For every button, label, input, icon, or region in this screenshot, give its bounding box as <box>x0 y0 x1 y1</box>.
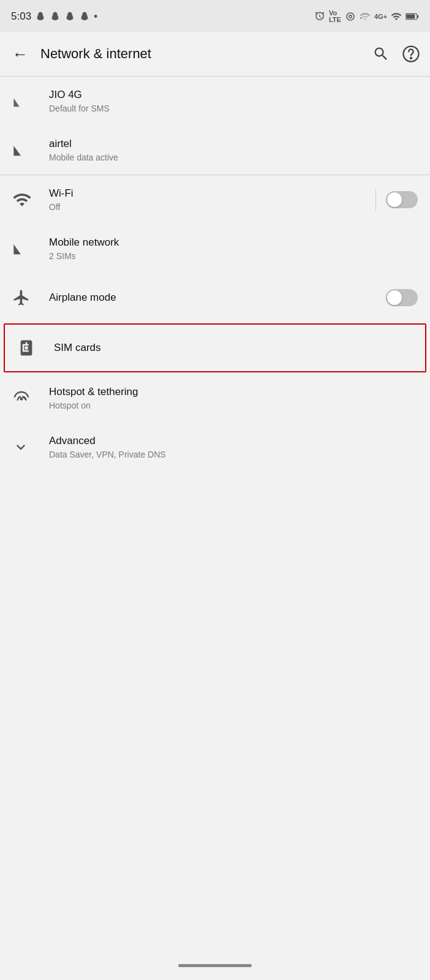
help-icon[interactable] <box>402 45 420 63</box>
airplane-icon <box>12 288 43 307</box>
wifi-icon <box>12 190 43 209</box>
hotspot-subtitle: Hotspot on <box>49 400 418 411</box>
advanced-item[interactable]: Advanced Data Saver, VPN, Private DNS <box>0 423 430 472</box>
airplane-mode-item[interactable]: Airplane mode <box>0 273 430 322</box>
network-type-icon: 4G+ <box>374 13 387 20</box>
jio-text: JIO 4G Default for SMS <box>43 88 418 114</box>
hotspot-icon <box>12 389 43 407</box>
airtel-signal-icon <box>12 141 43 159</box>
wifi-toggle-knob <box>387 192 402 207</box>
battery-icon <box>405 12 419 21</box>
sim-icon <box>17 339 48 357</box>
airtel-title: airtel <box>49 137 418 151</box>
wifi-item[interactable]: Wi-Fi Off <box>0 175 430 224</box>
signal1-icon <box>360 11 371 22</box>
advanced-text: Advanced Data Saver, VPN, Private DNS <box>43 434 418 460</box>
airplane-mode-title: Airplane mode <box>49 291 386 304</box>
svg-marker-6 <box>13 98 19 107</box>
mobile-network-item[interactable]: Mobile network 2 SIMs <box>0 224 430 273</box>
mobile-network-title: Mobile network <box>49 236 418 249</box>
advanced-title: Advanced <box>49 434 418 448</box>
svg-marker-7 <box>13 146 21 156</box>
notification-dot: • <box>94 10 97 23</box>
hotspot-title: Hotspot & tethering <box>49 385 418 399</box>
signal2-icon <box>391 11 402 22</box>
sim-cards-title: SIM cards <box>54 341 413 355</box>
hotspot-status-icon <box>345 11 356 22</box>
jio-title: JIO 4G <box>49 88 418 102</box>
volte-icon: VoLTE <box>329 10 341 23</box>
svg-point-5 <box>410 58 412 59</box>
status-bar: 5:03 • VoLTE 4G+ <box>0 0 430 32</box>
mobile-network-subtitle: 2 SIMs <box>49 251 418 262</box>
airplane-toggle-knob <box>387 290 402 305</box>
jio-signal-icon <box>12 92 43 110</box>
hotspot-item[interactable]: Hotspot & tethering Hotspot on <box>0 374 430 423</box>
chevron-down-icon <box>12 439 43 456</box>
home-indicator <box>178 964 252 967</box>
wifi-action <box>375 189 418 211</box>
app-bar-actions <box>372 45 420 63</box>
nav-bar <box>0 951 430 980</box>
airplane-toggle-container <box>386 289 418 306</box>
ghost1-icon <box>35 11 46 22</box>
mobile-network-icon <box>12 240 43 257</box>
svg-rect-3 <box>406 14 415 18</box>
airtel-text: airtel Mobile data active <box>43 137 418 163</box>
airplane-mode-text: Airplane mode <box>43 291 386 304</box>
wifi-divider <box>375 189 376 211</box>
back-button[interactable]: ← <box>10 42 31 66</box>
sim-cards-item[interactable]: SIM cards <box>4 323 426 372</box>
wifi-toggle[interactable] <box>386 191 418 208</box>
status-left: 5:03 • <box>11 10 97 23</box>
svg-marker-0 <box>360 18 362 20</box>
svg-marker-8 <box>13 244 21 254</box>
hotspot-text: Hotspot & tethering Hotspot on <box>43 385 418 411</box>
ghost2-icon <box>50 11 61 22</box>
wifi-title: Wi-Fi <box>49 187 375 200</box>
status-time: 5:03 <box>11 10 31 23</box>
status-right: VoLTE 4G+ <box>314 10 419 23</box>
alarm-icon <box>314 11 325 22</box>
advanced-subtitle: Data Saver, VPN, Private DNS <box>49 449 418 460</box>
mobile-network-text: Mobile network 2 SIMs <box>43 236 418 262</box>
app-bar: ← Network & internet <box>0 32 430 76</box>
ghost3-icon <box>64 11 75 22</box>
sim-cards-text: SIM cards <box>48 341 413 355</box>
svg-rect-2 <box>417 15 418 18</box>
airplane-toggle[interactable] <box>386 289 418 306</box>
jio-subtitle: Default for SMS <box>49 103 418 114</box>
wifi-text: Wi-Fi Off <box>43 187 375 213</box>
search-icon[interactable] <box>372 45 390 62</box>
wifi-subtitle: Off <box>49 202 375 213</box>
page-title: Network & internet <box>40 46 363 62</box>
airtel-item[interactable]: airtel Mobile data active <box>0 126 430 175</box>
ghost4-icon <box>79 11 90 22</box>
airtel-subtitle: Mobile data active <box>49 152 418 163</box>
jio-item[interactable]: JIO 4G Default for SMS <box>0 77 430 126</box>
